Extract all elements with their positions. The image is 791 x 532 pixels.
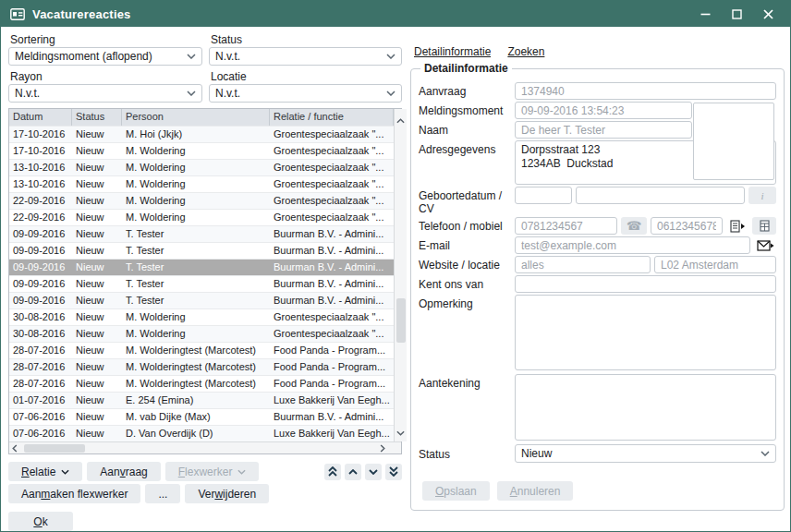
naam-label: Naam [419, 121, 515, 137]
vacaturereacties-window: Vacaturereacties Sortering Status Meldin… [0, 0, 791, 532]
table-row[interactable]: 07-06-2016 Nieuw D. Van Overdijk (D) Lux… [9, 425, 394, 441]
scroll-left-icon[interactable] [12, 442, 18, 454]
rayon-dropdown[interactable]: N.v.t. [8, 84, 202, 103]
ok-button[interactable]: Ok [8, 512, 73, 531]
scroll-down-icon[interactable] [395, 423, 407, 440]
flexwerker-button: Flexwerker [165, 462, 260, 481]
telefoon-mobiel-label: Telefoon / mobiel [419, 217, 515, 233]
aanmaken-flexwerker-button[interactable]: Aanmaken flexwerker [8, 484, 140, 503]
table-row[interactable]: 07-06-2016 Nieuw M. vab Dijke (Max) Buur… [9, 408, 394, 425]
email-field[interactable] [515, 236, 750, 254]
kent-ons-van-label: Kent ons van [419, 275, 515, 291]
website-field[interactable] [515, 256, 651, 273]
send-email-icon[interactable] [754, 236, 776, 254]
window-title: Vacaturereacties [32, 7, 692, 21]
sortering-dropdown[interactable]: Meldingsmoment (aflopend) [8, 47, 202, 66]
status-filter-value: N.v.t. [215, 50, 386, 63]
annuleren-button: Annuleren [497, 481, 574, 501]
column-header-relatie-functie[interactable]: Relatie / functie [270, 109, 394, 126]
locatie-value: N.v.t. [215, 87, 386, 100]
table-row[interactable]: 09-09-2016 Nieuw T. Tester Buurman B.V. … [9, 259, 394, 275]
close-button[interactable] [755, 4, 781, 24]
opmerking-field[interactable] [515, 295, 776, 370]
column-header-status[interactable]: Status [72, 109, 122, 126]
status-value: Nieuw [521, 447, 761, 460]
aanvraag-field[interactable] [515, 82, 776, 100]
table-row[interactable]: 30-08-2016 Nieuw M. Woldering Groentespe… [9, 325, 394, 342]
list-pane: Sortering Status Meldingsmoment (aflopen… [8, 32, 402, 531]
column-header-persoon[interactable]: Persoon [122, 109, 270, 126]
aanvraag-button[interactable]: Aanvraag [87, 462, 160, 481]
chevron-down-icon [187, 91, 196, 96]
maximize-button[interactable] [724, 4, 749, 24]
locatie-field[interactable] [654, 256, 776, 273]
table-header[interactable]: Datum Status Persoon Relatie / functie [9, 109, 394, 126]
info-button: i [748, 187, 776, 204]
tab-detailinformatie[interactable]: Detailinformatie [414, 45, 491, 58]
table-row[interactable]: 28-07-2016 Nieuw M. Wolderingtest (Marco… [9, 375, 394, 392]
geboortedatum-cv-label: Geboortedatum / CV [419, 187, 515, 215]
chevron-down-icon [761, 451, 770, 456]
table-row[interactable]: 09-09-2016 Nieuw T. Tester Buurman B.V. … [9, 225, 394, 242]
scroll-right-icon[interactable] [380, 442, 385, 454]
move-up-button[interactable] [345, 464, 361, 480]
table-row[interactable]: 17-10-2016 Nieuw M. Hoi (Jkjk) Groentesp… [9, 126, 394, 142]
titlebar: Vacaturereacties [1, 1, 790, 27]
document-arrow-icon[interactable] [726, 217, 748, 235]
aantekening-label: Aantekening [419, 374, 515, 390]
detail-pane: Detailinformatie Zoeken Detailinformatie… [410, 45, 785, 511]
status-filter-dropdown[interactable]: N.v.t. [209, 47, 402, 66]
chevron-down-icon [386, 54, 396, 59]
table-row[interactable]: 28-07-2016 Nieuw M. Wolderingtest (Marco… [9, 342, 394, 358]
cv-field[interactable] [576, 187, 745, 204]
chevron-down-icon [237, 469, 246, 475]
table-row[interactable]: 22-09-2016 Nieuw M. Woldering Groentespe… [9, 192, 394, 209]
relatie-button[interactable]: Relatie [8, 462, 82, 481]
move-last-button[interactable] [385, 464, 402, 480]
telefoon-field[interactable] [515, 217, 617, 235]
meldingsmoment-field[interactable] [515, 102, 692, 119]
vertical-scroll-thumb[interactable] [396, 298, 406, 343]
verwijderen-button[interactable]: Verwijderen [185, 484, 269, 503]
double-chevron-up-icon [328, 466, 337, 477]
double-chevron-down-icon [389, 466, 398, 477]
scroll-up-icon[interactable] [395, 111, 407, 127]
rayon-label: Rayon [8, 69, 202, 84]
table-row[interactable]: 09-09-2016 Nieuw T. Tester Buurman B.V. … [9, 275, 394, 292]
minimize-button[interactable] [692, 4, 718, 24]
mobiel-field[interactable] [651, 217, 723, 235]
website-locatie-label: Website / locatie [419, 256, 515, 272]
table-row[interactable]: 22-09-2016 Nieuw M. Woldering Groentespe… [9, 209, 394, 225]
naam-field[interactable] [515, 121, 692, 139]
table-row[interactable]: 01-07-2016 Nieuw E. 254 (Emina) Luxe Bak… [9, 392, 394, 408]
status-dropdown[interactable]: Nieuw [515, 444, 776, 463]
aantekening-field[interactable] [515, 374, 776, 441]
adresgegevens-label: Adresgegevens [419, 140, 515, 156]
geboortedatum-field[interactable] [515, 187, 572, 204]
ellipsis-button[interactable]: ... [145, 484, 180, 503]
horizontal-scrollbar[interactable] [9, 441, 401, 453]
move-down-button[interactable] [365, 464, 382, 480]
table-row[interactable]: 13-10-2016 Nieuw M. Woldering Groentespe… [9, 159, 394, 175]
email-label: E-mail [419, 236, 515, 252]
table-row[interactable]: 30-08-2016 Nieuw M. Woldering Groentespe… [9, 308, 394, 325]
chevron-down-icon [61, 469, 69, 475]
table-row[interactable]: 13-10-2016 Nieuw M. Woldering Groentespe… [9, 175, 394, 192]
vertical-scrollbar[interactable] [394, 109, 407, 441]
table-row[interactable]: 28-07-2016 Nieuw M. Wolderingtest (Marco… [9, 358, 394, 375]
meldingsmoment-label: Meldingsmoment [419, 102, 515, 117]
column-header-datum[interactable]: Datum [9, 109, 72, 126]
horizontal-scroll-thumb[interactable] [24, 444, 85, 453]
table-row[interactable]: 09-09-2016 Nieuw T. Tester Buurman B.V. … [9, 292, 394, 308]
tab-zoeken[interactable]: Zoeken [507, 45, 544, 58]
aanvraag-label: Aanvraag [419, 82, 515, 98]
kent-ons-van-field[interactable] [515, 275, 776, 293]
table-row[interactable]: 09-09-2016 Nieuw T. Tester Buurman B.V. … [9, 242, 394, 259]
chevron-down-icon [386, 91, 396, 96]
locatie-dropdown[interactable]: N.v.t. [209, 84, 402, 103]
sortering-value: Meldingsmoment (aflopend) [15, 50, 187, 63]
table-body: 17-10-2016 Nieuw M. Hoi (Jkjk) Groentesp… [9, 126, 394, 441]
table-row[interactable]: 17-10-2016 Nieuw M. Woldering Groentespe… [9, 142, 394, 159]
calculator-icon[interactable] [752, 217, 776, 235]
move-first-button[interactable] [324, 464, 341, 480]
